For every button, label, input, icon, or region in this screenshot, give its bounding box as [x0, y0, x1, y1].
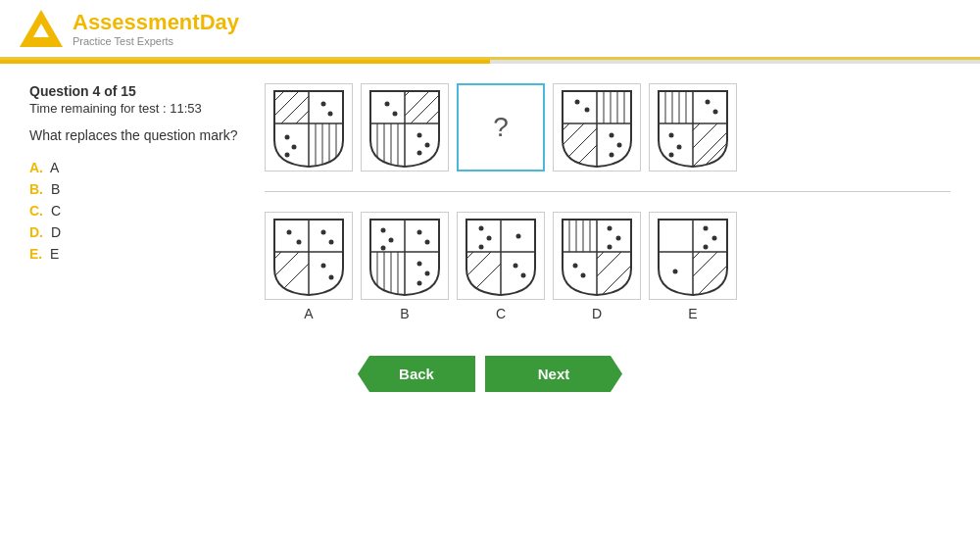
- answer-shield-c[interactable]: [457, 212, 545, 300]
- svg-point-55: [706, 99, 710, 104]
- svg-point-68: [321, 229, 326, 234]
- question-number: Question 4 of 15: [29, 83, 245, 99]
- svg-point-110: [573, 263, 578, 268]
- answer-item-d[interactable]: D: [553, 212, 641, 321]
- svg-point-8: [328, 111, 333, 116]
- svg-point-118: [712, 235, 717, 240]
- svg-point-77: [381, 227, 386, 232]
- sequence-item-2: [361, 83, 449, 172]
- options-list: A. A B. B C. C D. D E. E: [29, 157, 245, 265]
- answer-row: A: [265, 212, 951, 321]
- svg-point-67: [297, 239, 302, 244]
- svg-point-87: [425, 270, 430, 275]
- answer-shield-b[interactable]: [361, 212, 449, 300]
- sequence-item-5: [649, 83, 737, 172]
- sequence-item-1: [265, 83, 353, 172]
- svg-point-56: [713, 109, 718, 114]
- svg-point-78: [389, 237, 394, 242]
- svg-point-58: [677, 144, 682, 149]
- question-text: What replaces the question mark?: [29, 127, 245, 143]
- answer-label-c: C: [496, 306, 506, 321]
- svg-point-10: [292, 144, 297, 149]
- svg-point-19: [393, 111, 398, 116]
- svg-point-29: [417, 132, 422, 137]
- sequence-item-3-question: ?: [457, 83, 545, 172]
- question-mark: ?: [493, 112, 509, 143]
- svg-point-74: [329, 274, 334, 279]
- answer-label-e: E: [688, 306, 697, 321]
- svg-point-7: [321, 101, 326, 106]
- answer-shield-d[interactable]: [553, 212, 641, 300]
- svg-point-119: [704, 244, 709, 249]
- svg-point-98: [514, 263, 518, 268]
- svg-point-108: [616, 235, 621, 240]
- svg-point-73: [321, 263, 326, 268]
- svg-point-35: [585, 107, 590, 112]
- right-panel: ?: [265, 83, 951, 321]
- option-b[interactable]: B. B: [29, 178, 245, 200]
- svg-point-59: [669, 152, 674, 157]
- svg-point-117: [704, 225, 709, 230]
- svg-point-111: [581, 272, 586, 277]
- svg-point-47: [610, 152, 614, 157]
- time-remaining: Time remaining for test : 11:53: [29, 101, 245, 116]
- main-content: Question 4 of 15 Time remaining for test…: [0, 64, 980, 341]
- option-d[interactable]: D. D: [29, 221, 245, 243]
- option-e[interactable]: E. E: [29, 243, 245, 265]
- section-divider: [265, 191, 951, 192]
- option-c[interactable]: C. C: [29, 200, 245, 221]
- next-button[interactable]: Next: [485, 356, 622, 392]
- svg-point-94: [516, 233, 521, 238]
- sequence-item-4: [553, 83, 641, 172]
- logo-title: AssessmentDay: [73, 10, 239, 35]
- svg-point-34: [575, 99, 580, 104]
- answer-item-c[interactable]: C: [457, 212, 545, 321]
- logo-icon: [20, 10, 63, 47]
- answer-label-d: D: [592, 306, 602, 321]
- svg-point-107: [608, 225, 612, 230]
- svg-point-99: [521, 272, 526, 277]
- svg-point-91: [479, 225, 484, 230]
- sequence-row: ?: [265, 83, 951, 172]
- answer-shield-a[interactable]: [265, 212, 353, 300]
- left-panel: Question 4 of 15 Time remaining for test…: [29, 83, 245, 321]
- answer-label-a: A: [304, 306, 313, 321]
- nav-buttons: Back Next: [0, 356, 980, 402]
- svg-point-66: [287, 229, 292, 234]
- logo-subtitle: Practice Test Experts: [73, 35, 239, 47]
- question-info: Question 4 of 15 Time remaining for test…: [29, 83, 245, 116]
- svg-point-120: [673, 269, 678, 273]
- header: AssessmentDay Practice Test Experts: [0, 0, 980, 60]
- answer-label-b: B: [400, 306, 409, 321]
- svg-point-57: [669, 132, 674, 137]
- svg-point-109: [608, 244, 612, 249]
- svg-point-69: [329, 239, 334, 244]
- svg-point-92: [487, 235, 492, 240]
- svg-point-81: [425, 239, 430, 244]
- answer-item-a[interactable]: A: [265, 212, 353, 321]
- back-button[interactable]: Back: [358, 356, 475, 392]
- svg-point-86: [417, 261, 422, 266]
- svg-point-80: [417, 229, 422, 234]
- svg-point-9: [285, 134, 290, 139]
- svg-point-11: [285, 152, 290, 157]
- svg-point-31: [417, 150, 422, 155]
- svg-point-46: [617, 142, 622, 147]
- svg-point-45: [610, 132, 614, 137]
- answer-shield-e[interactable]: [649, 212, 737, 300]
- svg-point-18: [385, 101, 390, 106]
- logo-text: AssessmentDay Practice Test Experts: [73, 10, 239, 47]
- answer-item-b[interactable]: B: [361, 212, 449, 321]
- answer-item-e[interactable]: E: [649, 212, 737, 321]
- svg-point-93: [479, 244, 484, 249]
- svg-point-88: [417, 280, 422, 285]
- option-a[interactable]: A. A: [29, 157, 245, 178]
- svg-point-30: [425, 142, 430, 147]
- svg-point-79: [381, 245, 386, 250]
